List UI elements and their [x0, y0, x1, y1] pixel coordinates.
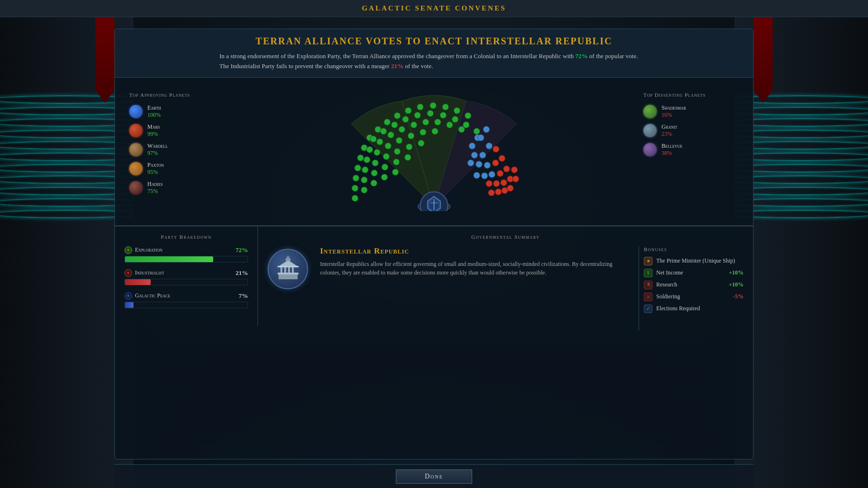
planet-pct-earth: 100% [147, 112, 161, 119]
planet-name-paxton: Paxton [147, 162, 164, 169]
bonuses-area: Bonuses ★ The Prime Minister (Unique Shi… [639, 246, 744, 331]
svg-point-42 [383, 153, 389, 159]
svg-point-9 [465, 112, 471, 119]
planet-pct-bellevue: 38% [661, 150, 682, 157]
svg-rect-98 [278, 266, 299, 267]
planet-name-mars: Mars [147, 123, 160, 131]
party-peace-name: Galactic Peace [135, 292, 170, 299]
bonus-soldier-label: Soldiering [656, 293, 729, 300]
ring [0, 95, 134, 104]
planet-name-wardell: Wardell [147, 142, 168, 150]
svg-point-54 [371, 180, 377, 186]
election-icon: ✓ [644, 305, 652, 313]
svg-point-73 [492, 160, 498, 166]
vote-desc-3: of the vote. [403, 62, 433, 70]
svg-rect-94 [284, 267, 286, 273]
planet-info-earth: Earth 100% [147, 104, 161, 119]
planet-mars: Mars 99% [129, 123, 225, 138]
planet-earth: Earth 100% [129, 104, 225, 119]
svg-point-11 [370, 136, 376, 142]
chamber-rings-left [0, 95, 134, 218]
svg-point-44 [406, 143, 412, 150]
svg-point-45 [418, 140, 424, 146]
ring [0, 141, 134, 150]
party-peace-header: ✦ Galactic Peace 7% [124, 292, 248, 300]
planet-info-hadies: Hadies 75% [147, 181, 163, 195]
gov-icon [268, 249, 308, 289]
approving-planets: Top Approving Planets Earth 100% Mars 99… [129, 87, 225, 200]
ship-icon: ★ [644, 257, 652, 265]
vote-headline: Terran Alliance votes to enact Interstel… [115, 29, 753, 78]
svg-point-31 [354, 164, 361, 171]
planet-name-granit: Granit [661, 123, 677, 131]
planet-icon-granit [643, 124, 657, 137]
planet-pct-mars: 99% [147, 131, 160, 138]
svg-point-15 [414, 112, 421, 118]
svg-point-3 [394, 112, 400, 119]
gov-icon-area [268, 246, 310, 331]
ring [0, 198, 134, 207]
ring [0, 187, 134, 195]
svg-point-17 [440, 112, 446, 118]
gov-content: Interstellar Republic Interstellar Repub… [268, 246, 744, 331]
exploration-bar-bg [124, 256, 248, 263]
planet-shadesmar: Shadesmar 16% [643, 104, 739, 119]
planet-wardell: Wardell 97% [129, 142, 225, 157]
senate-area: Top Approving Planets Earth 100% Mars 99… [115, 78, 753, 225]
svg-point-39 [353, 175, 359, 181]
planet-icon-mars [129, 124, 143, 137]
exploration-icon: ✦ [124, 246, 132, 254]
svg-point-50 [393, 159, 399, 165]
svg-point-63 [471, 152, 477, 158]
svg-point-40 [362, 166, 368, 173]
ring [0, 107, 134, 115]
senate-seats-svg [320, 87, 548, 211]
svg-point-70 [493, 146, 499, 152]
party-industrialist-pct: 21% [236, 269, 248, 277]
vote-desc-1: In a strong endorsement of the Explorati… [219, 52, 575, 60]
party-industrialist-header: ✦ Industrialist 21% [124, 269, 248, 277]
income-icon: $ [644, 269, 652, 277]
party-exploration-pct: 72% [236, 246, 248, 254]
svg-point-8 [454, 107, 460, 113]
ring [734, 210, 868, 218]
planet-bellevue: Bellevue 38% [643, 142, 739, 157]
svg-point-75 [486, 180, 492, 186]
ring [734, 118, 868, 127]
planet-icon-bellevue [643, 143, 657, 156]
svg-point-60 [477, 134, 484, 141]
svg-point-16 [427, 110, 434, 116]
bonus-election: ✓ Elections Required [644, 305, 744, 313]
party-exploration: ✦ Exploration 72% [124, 246, 248, 263]
approving-title: Top Approving Planets [129, 92, 225, 98]
dissenting-planets: Top Dissenting Planets Shadesmar 16% Gra… [643, 87, 739, 162]
ring [0, 130, 134, 138]
svg-point-66 [467, 160, 474, 166]
svg-point-58 [483, 126, 489, 132]
bonus-election-label: Elections Required [656, 305, 744, 312]
svg-point-7 [442, 103, 448, 110]
planet-granit: Granit 23% [643, 123, 739, 138]
vote-pct-21: 21% [391, 62, 403, 70]
industrialist-icon: ✦ [124, 269, 132, 277]
done-button[interactable]: Done [396, 469, 473, 484]
peace-icon: ✦ [124, 292, 132, 300]
planet-paxton: Paxton 95% [129, 162, 225, 176]
bonus-soldier: ⚔ Soldiering -5% [644, 293, 744, 301]
exploration-bar-fill [125, 256, 213, 262]
svg-point-23 [377, 138, 383, 144]
ring [0, 210, 134, 218]
title-bar: Galactic Senate Convenes [0, 0, 868, 17]
planet-icon-wardell [129, 143, 143, 156]
svg-point-38 [432, 128, 438, 134]
svg-point-55 [381, 174, 387, 180]
svg-rect-96 [292, 267, 294, 273]
svg-point-43 [394, 148, 400, 154]
party-breakdown: Party Brakedown ✦ Exploration 72% ✦ [115, 226, 258, 326]
party-peace-pct: 7% [239, 292, 248, 300]
planet-pct-hadies: 75% [147, 188, 163, 195]
gov-name: Interstellar Republic [320, 246, 629, 256]
svg-point-65 [476, 161, 482, 167]
party-peace-name-row: ✦ Galactic Peace [124, 292, 170, 300]
planet-name-shadesmar: Shadesmar [661, 104, 686, 112]
